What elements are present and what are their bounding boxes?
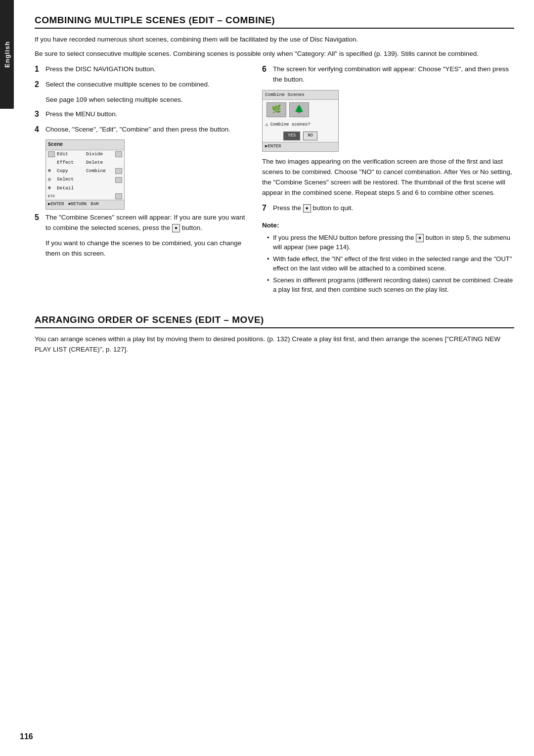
step-1-num: 1	[35, 64, 44, 75]
menu-item-effect: Effect	[57, 159, 84, 167]
enter-btn-note: ●	[416, 234, 424, 242]
step-1: 1 Press the DISC NAVIGATION button.	[35, 64, 247, 75]
combine-screen-title: Combine Scenes	[263, 90, 338, 100]
two-column-layout: 1 Press the DISC NAVIGATION button. 2 Se…	[35, 64, 514, 297]
menu-item-select: Select	[57, 176, 84, 183]
menu-row-select: ⊙ Select	[46, 176, 124, 184]
note-section: Note If you press the MENU button before…	[262, 221, 514, 295]
sub-note-2: If you want to change the scenes to be c…	[45, 238, 247, 259]
step-5-text: The "Combine Scenes" screen will appear:…	[45, 213, 247, 233]
sub-note-1: See page 109 when selecting multiple sce…	[45, 95, 247, 105]
menu-row-etc: ETC	[46, 193, 124, 200]
menu-item-divide: Divide	[86, 151, 113, 158]
step-5: 5 The "Combine Scenes" screen will appea…	[35, 213, 247, 233]
menu-bottom-bar: ▶ENTER ●RETURN RAM	[46, 200, 124, 209]
page-number: 116	[20, 732, 33, 741]
step-7-text: Press the ● button to quit.	[273, 203, 514, 214]
menu-icon-5	[115, 193, 122, 199]
combine-yes-no: YES NO	[263, 130, 338, 142]
step-7-num: 7	[262, 203, 271, 214]
menu-item-delete: Delete	[86, 159, 113, 167]
step-7: 7 Press the ● button to quit.	[262, 203, 514, 214]
step-4: 4 Choose, "Scene", "Edit", "Combine" and…	[35, 125, 247, 135]
enter-button-inline-5: ●	[172, 224, 180, 233]
menu-row-detail: ⊚ Detail	[46, 184, 124, 193]
menu-icon-4	[115, 177, 122, 183]
step-3-num: 3	[35, 109, 44, 120]
sidebar-language-label: English	[3, 41, 11, 68]
menu-title: Scene	[46, 140, 124, 150]
note-item-1: If you press the MENU button before pres…	[267, 233, 514, 252]
step-2-num: 2	[35, 80, 44, 90]
step-3: 3 Press the MENU button.	[35, 109, 247, 120]
note-title: Note	[262, 221, 514, 231]
combine-thumb-2: 🌲	[289, 102, 309, 117]
menu-row-edit: Edit Divide	[46, 150, 124, 159]
menu-icon-2	[115, 151, 122, 157]
combine-thumb-1: 🌿	[267, 102, 286, 117]
step-5-num: 5	[35, 213, 44, 223]
section2-title: ARRANGING ORDER OF SCENES (EDIT – MOVE)	[35, 314, 514, 328]
step-2-text: Select the consecutive multiple scenes t…	[45, 80, 247, 90]
note-list: If you press the MENU button before pres…	[262, 233, 514, 295]
menu-item-combine: Combine	[86, 168, 113, 175]
right-column: 6 The screen for verifying combination w…	[262, 64, 514, 297]
menu-row-effect: Effect Delete	[46, 159, 124, 167]
menu-item-detail: Detail	[57, 185, 84, 192]
menu-item-edit: Edit	[57, 151, 84, 158]
combine-screen-thumbs: 🌿 🌲	[263, 100, 338, 120]
step-6: 6 The screen for verifying combination w…	[262, 64, 514, 85]
left-column: 1 Press the DISC NAVIGATION button. 2 Se…	[35, 64, 247, 297]
step-3-text: Press the MENU button.	[45, 109, 247, 120]
combine-no-btn: NO	[303, 132, 317, 140]
step-1-text: Press the DISC NAVIGATION button.	[45, 64, 247, 75]
section1-title: COMBINING MULTIPLE SCENES (EDIT – COMBIN…	[35, 15, 514, 29]
step-2: 2 Select the consecutive multiple scenes…	[35, 80, 247, 90]
combine-question-text: Combine scenes?	[270, 122, 311, 129]
note-item-2: With fade effect, the "IN" effect of the…	[267, 254, 514, 273]
menu-row-copy: ⊕ Copy Combine	[46, 167, 124, 176]
menu-icon-1	[48, 151, 55, 157]
section2-text: You can arrange scenes within a play lis…	[35, 334, 514, 355]
menu-enter-label: ▶ENTER	[48, 201, 64, 208]
intro-text-2: Be sure to select consecutive multiple s…	[35, 49, 514, 59]
step-6-body: The two images appearing on the verifica…	[262, 157, 514, 198]
intro-text-1: If you have recorded numerous short scen…	[35, 35, 514, 45]
menu-ram-label: RAM	[90, 201, 98, 208]
menu-screenshot: Scene Edit Divide Effect Delete ⊕ Copy C…	[45, 139, 125, 210]
menu-item-copy: Copy	[57, 168, 84, 175]
step-6-text: The screen for verifying combination wil…	[273, 64, 514, 85]
combine-yes-btn: YES	[283, 132, 300, 140]
menu-return-label: ●RETURN	[68, 201, 87, 208]
combine-screenshot: Combine Scenes 🌿 🌲 ⚠ Combine scenes? YES…	[262, 90, 339, 152]
note-item-3: Scenes in different programs (different …	[267, 275, 514, 295]
menu-icon-3	[115, 168, 122, 174]
step-4-num: 4	[35, 125, 44, 135]
combine-question: ⚠ Combine scenes?	[263, 120, 338, 130]
combine-enter-bar: ▶ENTER	[263, 142, 338, 151]
step-6-num: 6	[262, 64, 271, 75]
step-4-text: Choose, "Scene", "Edit", "Combine" and t…	[45, 125, 247, 135]
warn-icon: ⚠	[265, 121, 268, 129]
enter-button-inline-7: ●	[303, 204, 311, 213]
sidebar-language-tab: English	[0, 0, 14, 109]
